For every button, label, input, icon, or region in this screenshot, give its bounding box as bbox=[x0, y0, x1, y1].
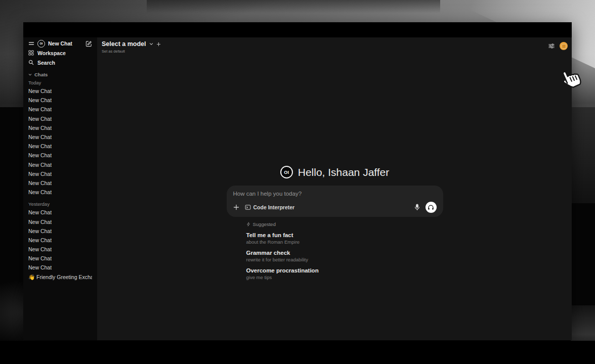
chat-item-label: New Chat bbox=[28, 189, 52, 195]
chat-list-item[interactable]: New Chat bbox=[23, 96, 97, 105]
chevron-down-icon bbox=[28, 73, 32, 76]
model-selector[interactable]: Select a model bbox=[102, 40, 161, 48]
suggested-prompt-title: Overcome procrastination bbox=[246, 267, 443, 274]
model-selector-label: Select a model bbox=[102, 40, 146, 48]
sidebar-title: New Chat bbox=[48, 40, 72, 47]
chat-list-item[interactable]: New Chat bbox=[23, 105, 97, 114]
chat-list-item[interactable]: New Chat bbox=[23, 217, 97, 226]
settings-sliders-icon[interactable] bbox=[548, 42, 555, 50]
suggested-prompt-subtitle: rewrite it for better readability bbox=[246, 257, 443, 262]
chat-list-item[interactable]: New Chat bbox=[23, 160, 97, 169]
chat-list-item[interactable]: New Chat bbox=[23, 151, 97, 160]
code-interpreter-icon bbox=[245, 204, 251, 210]
add-model-icon[interactable] bbox=[156, 42, 161, 47]
chat-list-item[interactable]: New Chat bbox=[23, 245, 97, 254]
chat-item-label: New Chat bbox=[28, 116, 52, 122]
chevron-down-icon bbox=[149, 42, 153, 46]
suggested-prompt-title: Tell me a fun fact bbox=[246, 232, 443, 238]
chats-section-header[interactable]: Chats bbox=[23, 71, 97, 78]
new-chat-icon[interactable] bbox=[86, 40, 92, 47]
chat-item-label: New Chat bbox=[28, 143, 52, 149]
search-icon bbox=[28, 60, 34, 65]
chat-list-item[interactable]: New Chat bbox=[23, 132, 97, 142]
sidebar: OI New Chat Workspace Search bbox=[23, 37, 98, 340]
set-as-default-link[interactable]: Set as default bbox=[102, 49, 161, 54]
chat-item-label: New Chat bbox=[28, 134, 52, 140]
desktop-background-shade bbox=[147, 0, 440, 13]
voice-call-button[interactable] bbox=[426, 202, 437, 213]
chat-list-item[interactable]: New Chat bbox=[23, 123, 97, 132]
chat-group-label-yesterday: Yesterday bbox=[23, 200, 97, 208]
greeting-text: Hello, Ishaan Jaffer bbox=[298, 166, 390, 178]
message-input-placeholder: How can I help you today? bbox=[233, 191, 437, 197]
chat-item-label: New Chat bbox=[28, 162, 52, 168]
center-stack: OI Hello, Ishaan Jaffer How can I help y… bbox=[227, 166, 443, 280]
chat-list-item[interactable]: New Chat bbox=[23, 114, 97, 123]
sidebar-item-workspace[interactable]: Workspace bbox=[23, 48, 97, 58]
attach-plus-icon[interactable] bbox=[233, 204, 239, 210]
chat-list-item[interactable]: New Chat bbox=[23, 236, 97, 245]
chat-list-today: New Chat New Chat New Chat New Chat bbox=[23, 86, 97, 197]
code-interpreter-toggle[interactable]: Code Interpreter bbox=[245, 204, 295, 210]
user-avatar[interactable] bbox=[560, 42, 568, 50]
suggested-prompt-subtitle: give me tips bbox=[246, 275, 443, 280]
chat-item-label: New Chat bbox=[28, 264, 52, 270]
spark-icon bbox=[246, 222, 250, 226]
workspace-grid-icon bbox=[28, 50, 34, 56]
suggested-prompt[interactable]: Grammar check rewrite it for better read… bbox=[246, 250, 443, 262]
sidebar-toggle-icon[interactable] bbox=[28, 40, 34, 47]
headphones-icon bbox=[428, 204, 434, 211]
chat-list-item-greeting-exchange[interactable]: 👋 Friendly Greeting Exchange bbox=[23, 273, 97, 282]
avatar-image bbox=[562, 44, 566, 49]
message-input[interactable]: How can I help you today? Code Interpret… bbox=[227, 186, 443, 217]
sidebar-item-search[interactable]: Search bbox=[23, 58, 97, 67]
chat-list-item[interactable]: New Chat bbox=[23, 142, 97, 151]
sidebar-header: OI New Chat bbox=[23, 39, 97, 48]
chat-list-item[interactable]: New Chat bbox=[23, 86, 97, 96]
chat-item-label: New Chat bbox=[28, 88, 52, 94]
chat-item-label: New Chat bbox=[28, 255, 52, 261]
suggested-prompt-title: Grammar check bbox=[246, 250, 443, 256]
app-logo: OI bbox=[37, 40, 45, 48]
app-window: OI New Chat Workspace Search bbox=[23, 22, 572, 340]
chats-section-label: Chats bbox=[34, 72, 48, 77]
chat-list-item[interactable]: New Chat bbox=[23, 254, 97, 263]
chat-item-label: 👋 Friendly Greeting Exchange bbox=[28, 274, 92, 281]
chat-item-label: New Chat bbox=[28, 237, 52, 243]
chat-item-label: New Chat bbox=[28, 180, 52, 186]
chat-item-label: New Chat bbox=[28, 106, 52, 112]
suggested-list: Tell me a fun fact about the Roman Empir… bbox=[246, 232, 443, 280]
window-titlebar bbox=[23, 22, 572, 37]
main-panel: Select a model Set as default bbox=[98, 37, 572, 340]
chat-item-label: New Chat bbox=[28, 171, 52, 177]
suggested-section: Suggested Tell me a fun fact about the R… bbox=[227, 221, 443, 280]
chat-item-label: New Chat bbox=[28, 246, 52, 252]
chat-item-label: New Chat bbox=[28, 97, 52, 103]
chat-item-label: New Chat bbox=[28, 228, 52, 234]
chat-item-label: New Chat bbox=[28, 209, 52, 215]
chat-list-item[interactable]: New Chat bbox=[23, 263, 97, 272]
chat-list-yesterday: New Chat New Chat New Chat New Chat bbox=[23, 208, 97, 272]
chat-item-label: New Chat bbox=[28, 152, 52, 158]
suggested-prompt-subtitle: about the Roman Empire bbox=[246, 239, 443, 245]
sidebar-item-label: Workspace bbox=[37, 50, 66, 56]
chat-item-label: New Chat bbox=[28, 219, 52, 225]
suggested-label: Suggested bbox=[253, 221, 276, 227]
greeting-row: OI Hello, Ishaan Jaffer bbox=[227, 166, 443, 178]
desktop-background-right bbox=[572, 107, 595, 203]
suggested-prompt[interactable]: Tell me a fun fact about the Roman Empir… bbox=[246, 232, 443, 245]
desktop-background-bottom bbox=[0, 341, 595, 364]
sidebar-item-label: Search bbox=[37, 60, 55, 66]
chat-list-item[interactable]: New Chat bbox=[23, 208, 97, 217]
chat-list-item[interactable]: New Chat bbox=[23, 188, 97, 197]
code-interpreter-label: Code Interpreter bbox=[253, 204, 295, 210]
microphone-icon[interactable] bbox=[414, 204, 420, 211]
suggested-prompt[interactable]: Overcome procrastination give me tips bbox=[246, 267, 443, 280]
chat-group-label-today: Today bbox=[23, 79, 97, 86]
chat-list-item[interactable]: New Chat bbox=[23, 226, 97, 236]
suggested-header: Suggested bbox=[246, 221, 443, 227]
chat-list-item[interactable]: New Chat bbox=[23, 178, 97, 188]
chat-list-item[interactable]: New Chat bbox=[23, 169, 97, 178]
chat-item-label: New Chat bbox=[28, 125, 52, 131]
main-topbar: Select a model Set as default bbox=[98, 37, 572, 54]
